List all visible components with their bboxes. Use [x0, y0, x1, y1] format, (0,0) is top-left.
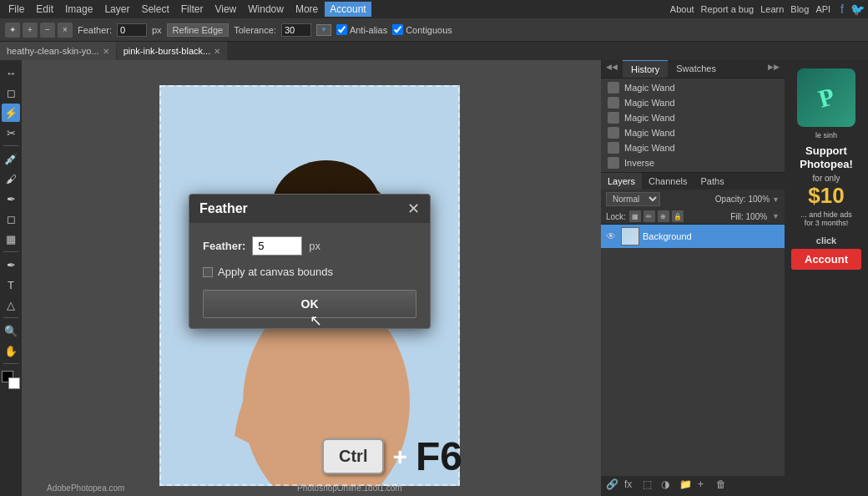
- dialog-ok-container: OK ↖: [203, 290, 416, 318]
- tool-eyedropper[interactable]: 💉: [2, 149, 20, 168]
- contiguous-checkbox[interactable]: [392, 24, 403, 35]
- canvas-area[interactable]: Ctrl + F6 AdobePhotopea.com PhotoshopOnl…: [22, 60, 601, 496]
- menu-more[interactable]: More: [290, 2, 323, 17]
- tolerance-input[interactable]: [281, 23, 311, 37]
- tool-zoom[interactable]: 🔍: [2, 321, 20, 340]
- new-layer-icon[interactable]: +: [698, 478, 713, 493]
- anti-alias-checkbox-label[interactable]: Anti-alias: [336, 24, 387, 35]
- layers-controls: Normal Opacity: 100% ▼: [601, 190, 785, 209]
- mask-icon[interactable]: ⬚: [643, 478, 658, 493]
- fx-icon[interactable]: fx: [624, 478, 639, 493]
- menu-blog[interactable]: Blog: [790, 4, 809, 14]
- menu-filter[interactable]: Filter: [176, 2, 209, 17]
- tool-intersect-icon[interactable]: ×: [58, 23, 73, 38]
- tab-0-close[interactable]: ✕: [103, 47, 109, 56]
- adjustment-icon[interactable]: ◑: [661, 478, 676, 493]
- link-layers-icon[interactable]: 🔗: [606, 478, 621, 493]
- tool-select-rect[interactable]: ◻: [2, 84, 20, 102]
- feather-input[interactable]: [117, 23, 147, 37]
- tab-1[interactable]: pink-ink-burst-black... ✕: [117, 42, 229, 60]
- tab-layers[interactable]: Layers: [601, 173, 642, 190]
- menu-view[interactable]: View: [209, 2, 241, 17]
- fill-arrow[interactable]: ▼: [772, 212, 780, 220]
- dialog-canvas-checkbox[interactable]: [203, 267, 213, 277]
- history-item-2[interactable]: Magic Wand: [601, 110, 785, 125]
- panel-collapse-left[interactable]: ◀◀: [601, 60, 623, 78]
- history-item-1[interactable]: Magic Wand: [601, 95, 785, 110]
- refine-edge-button[interactable]: Refine Edge: [167, 23, 230, 37]
- tool-add-icon[interactable]: +: [23, 23, 38, 38]
- tool-clone[interactable]: ✒: [2, 190, 20, 208]
- history-item-4[interactable]: Magic Wand: [601, 140, 785, 155]
- cursor-icon: ↖: [310, 311, 375, 330]
- anti-alias-checkbox[interactable]: [336, 24, 347, 35]
- menu-image[interactable]: Image: [60, 2, 98, 17]
- dialog-feather-unit: px: [309, 240, 320, 252]
- menu-api[interactable]: API: [815, 4, 830, 14]
- layers-panel: Layers Channels Paths Normal Opacity: 10…: [601, 172, 785, 496]
- color-background[interactable]: [8, 377, 20, 389]
- blend-mode-select[interactable]: Normal: [606, 192, 660, 206]
- lock-move-icon[interactable]: ⊕: [658, 210, 669, 222]
- menu-edit[interactable]: Edit: [31, 2, 58, 17]
- history-item-3[interactable]: Magic Wand: [601, 125, 785, 140]
- menu-about[interactable]: About: [670, 4, 694, 14]
- lock-icons: ▦ ✏ ⊕ 🔒: [629, 210, 684, 222]
- tolerance-slider[interactable]: ▼: [316, 24, 331, 36]
- layer-eye-icon[interactable]: 👁: [606, 230, 618, 242]
- tool-new-icon[interactable]: ✦: [5, 23, 20, 38]
- layer-name-0: Background: [643, 231, 692, 241]
- tool-crop[interactable]: ✂: [2, 124, 20, 142]
- shortcut-overlay: Ctrl + F6: [322, 433, 462, 479]
- tool-gradient[interactable]: ▦: [2, 230, 20, 248]
- delete-layer-icon[interactable]: 🗑: [716, 478, 731, 493]
- tool-brush[interactable]: 🖌: [2, 170, 20, 188]
- tab-paths[interactable]: Paths: [694, 173, 731, 190]
- layers-tabs: Layers Channels Paths: [601, 173, 785, 190]
- tool-eraser[interactable]: ◻: [2, 210, 20, 228]
- menu-account[interactable]: Account: [325, 2, 371, 17]
- lock-transparency-icon[interactable]: ▦: [629, 210, 641, 222]
- history-icon-1: [608, 97, 619, 109]
- layers-lock-row: Lock: ▦ ✏ ⊕ 🔒 Fill: 100% ▼: [601, 209, 785, 225]
- tab-swatches[interactable]: Swatches: [668, 60, 724, 78]
- contiguous-checkbox-label[interactable]: Contiguous: [392, 24, 452, 35]
- tab-channels[interactable]: Channels: [642, 173, 694, 190]
- lock-all-icon[interactable]: 🔒: [672, 210, 684, 222]
- tool-colors[interactable]: [2, 371, 20, 389]
- history-icon-4: [608, 142, 619, 154]
- ad-account-button[interactable]: Account: [791, 249, 861, 270]
- menu-report-bug[interactable]: Report a bug: [701, 4, 754, 14]
- tabs-bar: heathy-clean-skin-yo... ✕ pink-ink-burst…: [0, 42, 868, 60]
- tool-move[interactable]: ↔: [2, 63, 20, 82]
- tab-1-close[interactable]: ✕: [214, 47, 220, 56]
- tool-sub-icon[interactable]: −: [40, 23, 55, 38]
- menu-file[interactable]: File: [3, 2, 29, 17]
- tool-separator-3: [3, 317, 18, 318]
- dialog-close-button[interactable]: ✕: [407, 201, 420, 216]
- feather-dialog[interactable]: Feather ✕ Feather: px Apply at canvas bo…: [189, 194, 431, 329]
- panel-collapse-right[interactable]: ▶▶: [763, 60, 785, 78]
- opacity-arrow[interactable]: ▼: [772, 195, 780, 204]
- tool-type[interactable]: T: [2, 276, 20, 294]
- tool-separator-2: [3, 251, 18, 252]
- layer-row-0[interactable]: 👁 Background: [601, 225, 785, 248]
- folder-icon[interactable]: 📁: [679, 478, 694, 493]
- tool-hand[interactable]: ✋: [2, 342, 20, 360]
- tool-shape[interactable]: △: [2, 296, 20, 314]
- lock-paint-icon[interactable]: ✏: [643, 210, 655, 222]
- history-item-5[interactable]: Inverse: [601, 155, 785, 170]
- menu-select[interactable]: Select: [136, 2, 174, 17]
- menu-learn[interactable]: Learn: [760, 4, 784, 14]
- tab-history[interactable]: History: [623, 60, 668, 78]
- history-item-0[interactable]: Magic Wand: [601, 80, 785, 95]
- history-label-0: Magic Wand: [624, 83, 675, 93]
- history-icon-3: [608, 127, 619, 139]
- dialog-feather-input[interactable]: [252, 236, 302, 256]
- menu-window[interactable]: Window: [243, 2, 289, 17]
- history-label-3: Magic Wand: [624, 128, 675, 138]
- tool-magic-wand[interactable]: ⚡: [2, 104, 20, 122]
- menu-layer[interactable]: Layer: [99, 2, 134, 17]
- tool-pen[interactable]: ✒: [2, 256, 20, 274]
- tab-0[interactable]: heathy-clean-skin-yo... ✕: [0, 42, 117, 60]
